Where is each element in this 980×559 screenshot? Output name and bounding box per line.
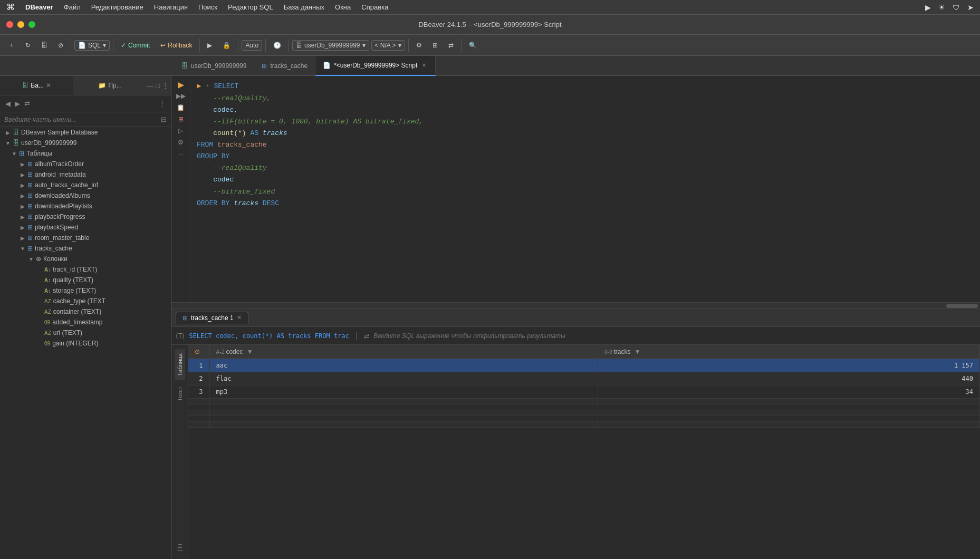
run-query-btn[interactable]: ▶ [177,80,185,89]
table-row[interactable]: 3 mp3 34 [188,385,980,399]
left-tab-pr[interactable]: 📁 Пр... [73,76,147,95]
db-browser-btn[interactable]: 🗄 [37,40,52,51]
tree-item-cache-type[interactable]: AZ cache_type (TEXT [0,296,171,306]
tree-item-android-metadata[interactable]: ▶ ⊞ android_metadata [0,169,171,180]
run-script-btn[interactable]: ▶▶ [177,92,185,100]
code-content[interactable]: ▶ • SELECT --realQuality, codec, --IIF(b… [190,76,980,302]
new-connection-btn[interactable]: ＋ [4,39,19,51]
cell-tracks[interactable]: 34 [598,385,980,399]
search-input[interactable] [4,116,158,123]
result-tab-close[interactable]: ✕ [237,314,242,321]
auto-dropdown[interactable]: Auto [242,40,262,51]
settings2-btn[interactable]: ⚙ [177,138,185,147]
menu-search[interactable]: Поиск [198,3,217,11]
tree-item-gain[interactable]: 09 gain (INTEGER) [0,338,171,349]
results-btn[interactable]: ⊞ [177,115,185,123]
tree-item-albumtrackorder[interactable]: ▶ ⊞ albumTrackOrder [0,159,171,169]
cell-tracks[interactable]: 1 157 [598,359,980,372]
vtab-text[interactable]: Текст [175,382,185,406]
tree-item-tables-folder[interactable]: ▼ ⊞ Таблицы [0,148,171,159]
cell-empty [598,399,980,404]
disconnect-btn[interactable]: ⊘ [54,40,68,51]
settings-btn[interactable]: ⚙ [412,40,426,51]
history-btn[interactable]: 🕐 [269,40,285,51]
menu-help[interactable]: Справка [361,3,388,11]
sidebar-more-icon[interactable]: ⋮ [158,99,167,109]
tree-item-userdb[interactable]: ▼ 🗄 userDb_999999999 [0,138,171,148]
explain-btn[interactable]: 📋 [177,103,185,112]
maximize-window-btn[interactable] [28,21,35,28]
terminal-btn[interactable]: ▷ [177,127,185,135]
tree-item-columns-folder[interactable]: ▼ ⊕ Колонки [0,254,171,264]
vtab-table[interactable]: Таблица [175,349,185,380]
sidebar-back-icon[interactable]: ◀ [4,99,12,109]
tab-close-script[interactable]: ✕ [420,62,428,69]
tree-item-dbeaver-sample[interactable]: ▶ 🗄 DBeaver Sample Database [0,127,171,138]
commit-btn[interactable]: ✓ Commit [117,40,154,51]
filter-sql-input[interactable] [373,332,976,340]
cell-codec[interactable]: aac [209,359,598,372]
lock-btn[interactable]: 🔒 [218,40,235,51]
cell-codec[interactable]: mp3 [209,385,598,399]
menu-file[interactable]: Файл [64,3,81,11]
table-row[interactable]: 1 aac 1 157 [188,359,980,372]
panel-options-icon[interactable]: ⋮ [162,82,169,90]
tree-item-auto-tracks[interactable]: ▶ ⊞ auto_tracks_cache_inf [0,180,171,190]
left-tab-db-close[interactable]: ✕ [46,82,51,89]
refresh-btn[interactable]: ↻ [21,40,35,51]
tree-item-downloaded-playlists[interactable]: ▶ ⊞ downloadedPlaylists [0,201,171,211]
tree-item-tracks-cache[interactable]: ▼ ⊞ tracks_cache [0,243,171,254]
filter-icon[interactable]: ⊟ [161,115,167,123]
vtab-sql[interactable]: ⟨T⟩ [174,541,185,555]
tree-item-playback-progress[interactable]: ▶ ⊞ playbackProgress [0,211,171,222]
tree-item-added-timestamp[interactable]: 09 added_timestamp [0,317,171,327]
close-window-btn[interactable] [6,21,13,28]
tree-item-container[interactable]: AZ container (TEXT) [0,306,171,317]
col-header-codec[interactable]: A-Z codec ▼ [209,345,598,359]
panel-maximize-icon[interactable]: □ [156,82,160,90]
table-row[interactable]: 2 flac 440 [188,372,980,385]
search-btn[interactable]: 🔍 [465,40,481,51]
editor-scrollbar[interactable] [171,303,980,309]
tab-script[interactable]: 📄 *<userDb_999999999> Script ✕ [315,56,436,76]
tree-item-downloaded-albums[interactable]: ▶ ⊞ downloadedAlbums [0,190,171,201]
minimize-window-btn[interactable] [17,21,24,28]
transfer-btn[interactable]: ⇄ [444,40,458,51]
tab-tracks-cache[interactable]: ⊞ tracks_cache [254,56,315,76]
tab-userdb[interactable]: 🗄 userDb_999999999 [174,56,254,76]
schema-selector[interactable]: < N/A > ▾ [371,40,405,51]
tree-item-uri[interactable]: AZ uri (TEXT) [0,327,171,338]
execute-btn[interactable]: ▶ [203,40,216,51]
sql-icon: 📄 [78,42,86,49]
tree-item-room-master[interactable]: ▶ ⊞ room_master_table [0,233,171,243]
tree-item-track-id[interactable]: A↕ track_id (TEXT) [0,264,171,275]
sidebar-arrows-icon[interactable]: ⇄ [23,99,31,109]
left-tab-db[interactable]: 🗄 Ба... ✕ [0,76,73,95]
scroll-thumb[interactable] [946,304,978,308]
tree-item-storage[interactable]: A↕ storage (TEXT) [0,285,171,296]
tree-item-playback-speed[interactable]: ▶ ⊞ playbackSpeed [0,222,171,233]
app-body: ⌘ DBeaver Файл Редактирование Навигация … [0,0,980,559]
col-header-tracks[interactable]: 0-9 tracks ▼ [598,345,980,359]
sidebar-forward-icon[interactable]: ▶ [14,99,21,109]
menu-navigate[interactable]: Навигация [154,3,188,11]
rollback-btn[interactable]: ↩ Rollback [156,40,196,51]
menu-windows[interactable]: Окна [335,3,351,11]
menu-database[interactable]: База данных [284,3,324,11]
menu-sql-editor[interactable]: Редактор SQL [228,3,273,11]
row-selector-icon[interactable]: ⊙ [195,348,200,355]
col-type-icon: 09 [44,341,50,346]
results-tab-1[interactable]: ⊞ tracks_cache 1 ✕ [176,312,248,324]
tree-item-quality[interactable]: A↕ quality (TEXT) [0,275,171,285]
cell-codec[interactable]: flac [209,372,598,385]
menu-edit[interactable]: Редактирование [91,3,143,11]
menu-dbeaver[interactable]: DBeaver [25,3,53,11]
panel-minimize-icon[interactable]: — [147,82,153,90]
columns-btn[interactable]: ⊞ [428,40,442,51]
db-selector[interactable]: 🗄 userDb_999999999 ▾ [292,40,369,51]
cell-tracks[interactable]: 440 [598,372,980,385]
tab-label-userdb: userDb_999999999 [191,62,246,70]
folder-icon: ⊞ [19,150,24,157]
sql-dropdown[interactable]: 📄 SQL ▾ [74,40,110,51]
more-btn[interactable]: ··· [177,150,185,158]
